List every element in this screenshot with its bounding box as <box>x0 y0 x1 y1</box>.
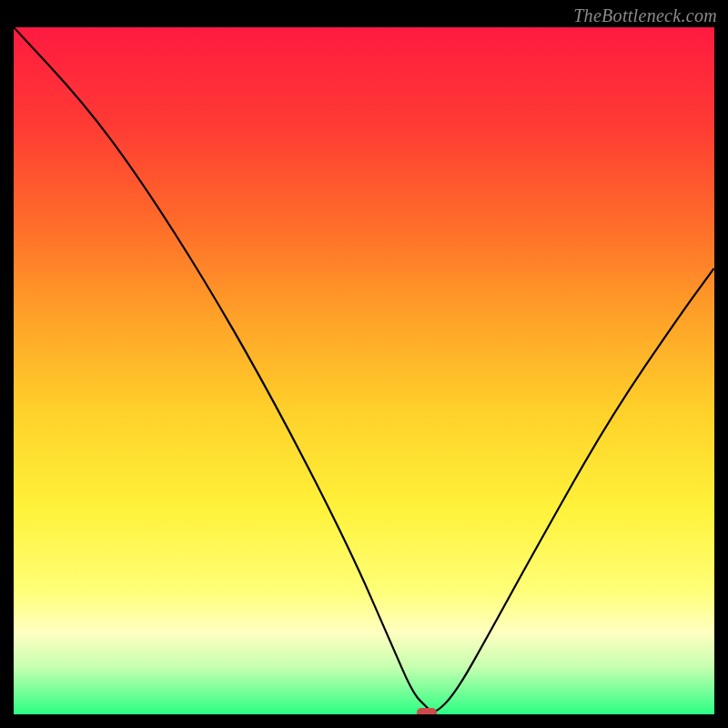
chart-canvas <box>14 27 714 714</box>
bottleneck-curve <box>14 27 714 714</box>
watermark-text: TheBottleneck.com <box>573 5 717 26</box>
optimal-point-marker <box>417 708 437 714</box>
